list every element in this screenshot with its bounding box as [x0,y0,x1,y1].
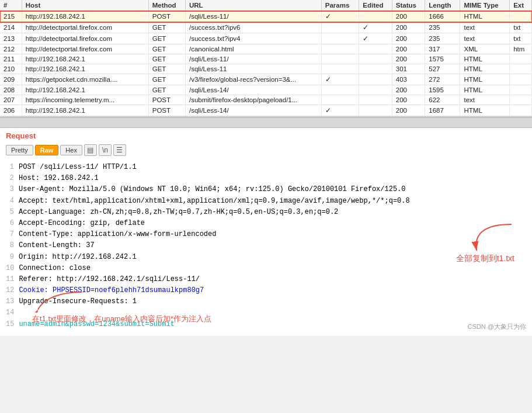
line-number: 15 [6,319,14,330]
toolbar-icon2[interactable]: \n [99,144,112,156]
table-cell: 200 [392,22,425,33]
table-cell: HTML [460,74,510,85]
raw-button[interactable]: Raw [35,145,59,155]
line-number: 6 [6,218,14,229]
table-row[interactable]: 209https://getpocket.cdn.mozilla....GET/… [0,74,532,85]
line-number: 5 [6,207,14,218]
toolbar-icon1[interactable]: ▤ [84,144,97,156]
table-cell: HTML [460,64,510,74]
table-cell: 200 [392,85,425,95]
icon2-symbol: \n [102,146,108,154]
table-cell: 200 [392,11,425,22]
col-header-url: URL [185,0,321,11]
line-content: Accept: text/html,application/xhtml+xml,… [19,196,526,207]
table-row[interactable]: 214http://detectportal.firefox.comGET/su… [0,22,532,33]
table-cell: https://incoming.telemetry.m... [22,95,148,105]
table-cell: 272 [425,74,460,85]
table-body: 215http://192.168.242.1POST/sqli/Less-11… [0,11,532,116]
table-cell: POST [148,105,185,116]
line-content: POST /sqli/Less-11/ HTTP/1.1 [19,162,526,173]
table-cell: 214 [0,22,22,33]
table-cell [321,95,359,105]
table-cell: HTML [460,85,510,95]
table-row[interactable]: 215http://192.168.242.1POST/sqli/Less-11… [0,11,532,22]
table-cell: 200 [392,44,425,54]
table-row[interactable]: 206http://192.168.242.1POST/sqli/Less-14… [0,105,532,116]
hex-button[interactable]: Hex [60,145,82,155]
annotation-right-container: 全部复制到t1.txt [456,221,514,264]
line-number: 11 [6,274,14,285]
table-cell [359,105,392,116]
table-row[interactable]: 212http://detectportal.firefox.comGET/ca… [0,44,532,54]
annotation-right-text: 全部复制到t1.txt [456,254,514,264]
table-cell: HTML [460,105,510,116]
col-header-length: Length [425,0,460,11]
table-cell: GET [148,33,185,44]
arrow-right-svg [468,221,514,254]
icon3-symbol: ☰ [116,146,123,154]
table-cell: https://getpocket.cdn.mozilla.... [22,74,148,85]
col-header-ext: Ext [510,0,532,11]
table-cell: 200 [392,105,425,116]
request-line: 8Content-Length: 37 [6,240,526,251]
table-cell [510,74,532,85]
table-cell [359,44,392,54]
pretty-button[interactable]: Pretty [6,145,33,155]
table-cell: txt [510,22,532,33]
table-row[interactable]: 208http://192.168.242.1GET/sqli/Less-14/… [0,85,532,95]
table-cell: 527 [425,64,460,74]
table-cell: /submit/firefox-desktop/pageload/1... [185,95,321,105]
table-cell [510,64,532,74]
table-cell [321,85,359,95]
request-section: Request Pretty Raw Hex ▤ \n ☰ 1POST /sql… [0,128,532,336]
table-cell: text [460,33,510,44]
request-toolbar: Pretty Raw Hex ▤ \n ☰ [6,143,526,157]
table-cell: 200 [392,95,425,105]
request-line: 1POST /sqli/Less-11/ HTTP/1.1 [6,162,526,173]
table-row[interactable]: 207https://incoming.telemetry.m...POST/s… [0,95,532,105]
request-header: Request Pretty Raw Hex ▤ \n ☰ [0,128,532,159]
table-cell: 1575 [425,54,460,64]
table-cell: htm [510,44,532,54]
request-line: 9Origin: http://192.168.242.1 [6,252,526,263]
table-cell: /sqli/Less-14/ [185,85,321,95]
table-header-row: # Host Method URL Params Edited Status L… [0,0,532,11]
table-row[interactable]: 210http://192.168.242.1GET/sqli/Less-113… [0,64,532,74]
col-header-method: Method [148,0,185,11]
line-content: Accept-Encoding: gzip, deflate [19,218,526,229]
table-cell: 209 [0,74,22,85]
table-cell: /canonical.html [185,44,321,54]
table-row[interactable]: 211http://192.168.242.1GET/sqli/Less-11/… [0,54,532,64]
table-cell: POST [148,11,185,22]
line-number: 9 [6,252,14,263]
table-row[interactable]: 213http://detectportal.firefox.comGET/su… [0,33,532,44]
table-cell: GET [148,44,185,54]
line-content: Content-Length: 37 [19,240,526,251]
line-number: 10 [6,263,14,274]
watermark: CSDN @大象只为你 [468,322,526,331]
col-header-host: Host [22,0,148,11]
table-cell: 212 [0,44,22,54]
line-number: 3 [6,184,14,195]
line-content: User-Agent: Mozilla/5.0 (Windows NT 10.0… [19,184,526,195]
table-cell: GET [148,74,185,85]
line-content: Host: 192.168.242.1 [19,173,526,184]
line-content: Content-Type: application/x-www-form-url… [19,229,526,240]
table-cell: HTML [460,11,510,22]
table-cell: /success.txt?ipv4 [185,33,321,44]
table-cell: 206 [0,105,22,116]
table-cell [359,85,392,95]
line-number: 7 [6,229,14,240]
table-cell: 403 [392,74,425,85]
table-cell: 1595 [425,85,460,95]
request-line: 6Accept-Encoding: gzip, deflate [6,218,526,229]
table-cell: 215 [0,11,22,22]
table-cell: 235 [425,33,460,44]
col-header-edited: Edited [359,0,392,11]
table-cell: /sqli/Less-11/ [185,54,321,64]
table-cell: ✓ [359,22,392,33]
network-table-section: # Host Method URL Params Edited Status L… [0,0,532,117]
col-header-status: Status [392,0,425,11]
toolbar-icon3[interactable]: ☰ [113,144,126,156]
table-cell [510,105,532,116]
